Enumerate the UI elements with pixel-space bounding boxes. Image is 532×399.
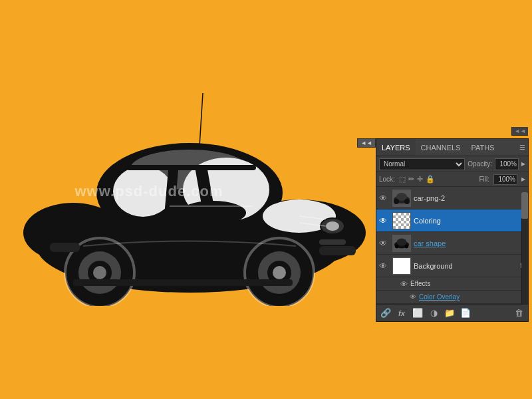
sub-effect-label-color-overlay[interactable]: Color Overlay [419, 293, 460, 301]
lock-row: Lock: ⬚ ✏ ✛ 🔒 Fill: ▶ [376, 172, 528, 187]
tab-paths[interactable]: PATHS [466, 139, 500, 156]
svg-rect-13 [126, 165, 256, 170]
link-layers-icon[interactable]: 🔗 [379, 308, 392, 318]
svg-rect-25 [319, 239, 346, 245]
panel-double-arrow[interactable]: ◄◄ [357, 138, 376, 148]
tab-channels[interactable]: CHANNELS [416, 139, 466, 156]
opacity-label: Opacity: [467, 160, 492, 168]
layers-list: 👁 ⛓ car-png-2 👁 Coloring 👁 [376, 187, 528, 304]
add-mask-icon[interactable]: ⬜ [411, 308, 424, 318]
panel-collapse-arrows[interactable]: ◄◄ [511, 127, 528, 136]
svg-rect-12 [213, 229, 236, 235]
layer-thumb-car-png-2: ⛓ [392, 190, 411, 207]
svg-point-17 [273, 266, 286, 279]
svg-point-35 [394, 199, 399, 204]
effects-label: Effects [410, 280, 430, 287]
layer-row-car-shape[interactable]: 👁 car shape [376, 232, 528, 255]
svg-rect-29 [73, 279, 293, 286]
sub-effect-eye-icon[interactable]: 👁 [410, 293, 416, 301]
lock-all-icon[interactable]: 🔒 [426, 175, 435, 184]
new-group-icon[interactable]: 📁 [443, 308, 456, 318]
layer-eye-car-shape[interactable]: 👁 [379, 239, 390, 248]
fill-arrow[interactable]: ▶ [521, 176, 525, 182]
panel-menu-icon[interactable]: ☰ [519, 144, 525, 151]
layer-name-car-shape[interactable]: car shape [414, 239, 525, 247]
tab-layers[interactable]: LAYERS [376, 139, 416, 156]
layers-scrollbar[interactable] [521, 192, 528, 304]
lock-move-icon[interactable]: ✛ [417, 175, 423, 184]
svg-point-36 [404, 199, 410, 204]
lock-label: Lock: [379, 176, 395, 183]
layer-eye-car-png-2[interactable]: 👁 [379, 194, 390, 203]
layer-eye-coloring[interactable]: 👁 [379, 216, 390, 225]
svg-point-38 [397, 238, 407, 245]
lock-transparent-icon[interactable]: ⬚ [399, 175, 406, 184]
panel-tabs-bar: LAYERS CHANNELS PATHS ☰ [376, 139, 528, 156]
opacity-arrow[interactable]: ▶ [521, 161, 525, 167]
blend-mode-row: Normal Multiply Screen Overlay Opacity: … [376, 156, 528, 172]
svg-point-40 [405, 244, 409, 248]
layer-name-car-png-2: car-png-2 [414, 194, 525, 202]
layer-thumb-car-shape [392, 235, 411, 252]
sub-effect-row-color-overlay: 👁 Color Overlay [376, 291, 528, 304]
layer-row-coloring[interactable]: 👁 Coloring [376, 209, 528, 232]
lock-paint-icon[interactable]: ✏ [408, 175, 414, 184]
adjustment-layer-icon[interactable]: ◑ [427, 308, 440, 318]
layer-name-coloring: Coloring [414, 217, 525, 225]
fill-label: Fill: [479, 176, 489, 183]
new-layer-icon[interactable]: 📄 [459, 308, 472, 318]
svg-point-11 [180, 201, 246, 225]
svg-line-0 [200, 93, 203, 146]
opacity-input[interactable] [495, 158, 519, 170]
layer-thumb-coloring [392, 212, 411, 229]
blend-mode-select[interactable]: Normal Multiply Screen Overlay [379, 158, 465, 170]
layer-styles-icon[interactable]: fx [395, 309, 408, 317]
layers-bottom-toolbar: 🔗 fx ⬜ ◑ 📁 📄 🗑 [376, 304, 528, 321]
svg-point-27 [326, 221, 339, 231]
fill-input[interactable] [493, 174, 517, 185]
layer-row-car-png-2[interactable]: 👁 ⛓ car-png-2 [376, 187, 528, 209]
effects-eye-icon[interactable]: 👁 [400, 280, 408, 288]
svg-rect-24 [319, 246, 356, 255]
svg-point-22 [93, 266, 106, 279]
svg-point-39 [395, 244, 399, 248]
layer-eye-background[interactable]: 👁 [379, 261, 390, 271]
scrollbar-thumb[interactable] [521, 192, 528, 219]
car-image [20, 86, 392, 306]
delete-layer-icon[interactable]: 🗑 [512, 308, 525, 318]
effects-group-row: 👁 Effects [376, 277, 528, 291]
layer-thumb-background [392, 257, 411, 275]
layer-row-background[interactable]: 👁 Background fx [376, 255, 528, 277]
layer-name-background: Background [414, 262, 517, 270]
layers-panel: ◄◄ LAYERS CHANNELS PATHS ☰ Normal Multip… [376, 138, 529, 322]
svg-rect-28 [50, 243, 80, 252]
